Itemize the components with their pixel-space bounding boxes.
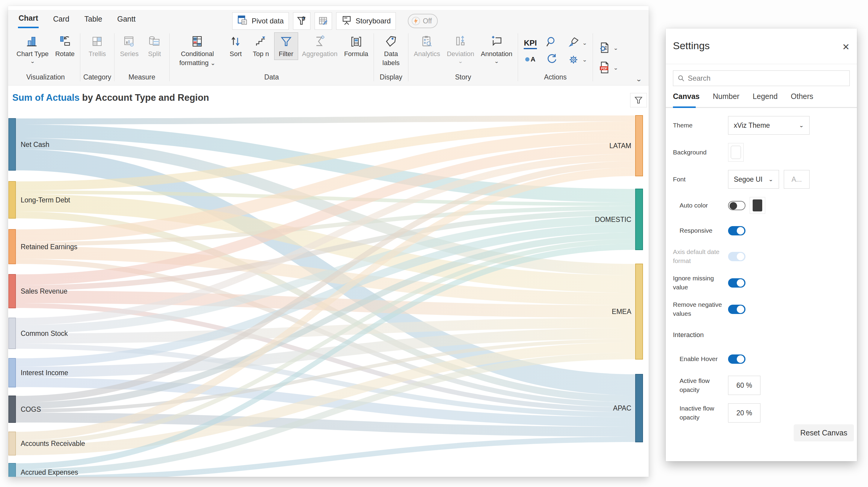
ribbon-group-label: Actions [521, 71, 590, 84]
tab-row: ChartCardTableGantt Pivot data [8, 10, 649, 29]
reset-refresh-button[interactable] [545, 52, 559, 67]
sankey-node-cogs[interactable] [9, 396, 16, 423]
sankey-node-ar[interactable] [9, 432, 16, 455]
export-pdf-button[interactable]: PDF⌄ [598, 61, 618, 75]
tab-chart[interactable]: Chart [18, 11, 39, 28]
actions-grid: KPI⌄A⌄ [521, 33, 590, 68]
ribbon-item-label: Series [120, 50, 138, 58]
settings-row-theme: ThemexViz Theme⌄ [673, 116, 850, 135]
ribbon-item-formula[interactable]: Formula [342, 33, 371, 60]
ribbon-item-top-n[interactable]: Top n [249, 33, 273, 60]
export-settings-button[interactable]: ⌄ [598, 41, 618, 55]
ribbon-item-label: Formula [344, 50, 368, 58]
pivot-data-button[interactable]: Pivot data [232, 12, 289, 30]
sankey-node-ii[interactable] [9, 359, 16, 387]
settings-row-remove-negative-values: Remove negative values [673, 300, 850, 318]
ribbon-item-chart-type[interactable]: Chart Type⌄ [14, 33, 51, 65]
lightning-icon [411, 17, 421, 26]
pivot-data-label: Pivot data [252, 17, 284, 25]
setting-label: Active flow opacity [673, 376, 728, 394]
live-mode-toggle[interactable]: Off [408, 14, 438, 28]
sankey-node-label-emea: EMEA [612, 308, 631, 315]
input-inactive-flow-opacity[interactable]: 20 % [728, 403, 761, 423]
toggle-enable-hover[interactable] [728, 354, 745, 364]
theme-select[interactable]: xViz Theme⌄ [728, 116, 810, 135]
sankey-node-domestic[interactable] [636, 189, 643, 250]
sankey-node-ae[interactable] [9, 463, 16, 477]
settings-row-font: FontSegoe UI⌄A... [673, 170, 850, 189]
toolbar-filter-button[interactable] [293, 12, 310, 30]
tab-gantt[interactable]: Gantt [117, 12, 136, 28]
sankey-node-ltd[interactable] [9, 181, 16, 218]
settings-tab-number[interactable]: Number [713, 92, 740, 105]
sankey-chart[interactable]: Net CashLong-Term DebtRetained EarningsS… [8, 108, 649, 477]
font-select[interactable]: Segoe UI⌄ [728, 170, 779, 189]
top-n-icon [254, 34, 268, 50]
paint-format-button[interactable]: ⌄ [566, 36, 587, 50]
zoom-search-button[interactable] [545, 35, 559, 50]
ribbon-item-filter[interactable]: Filter [275, 33, 298, 60]
close-icon[interactable]: ✕ [842, 42, 850, 52]
toggle-auto-color[interactable] [728, 201, 745, 210]
chart-type-icon [26, 34, 39, 50]
tab-card[interactable]: Card [53, 12, 70, 28]
ribbon-item-annotation[interactable]: Annotation⌄ [478, 33, 515, 65]
table-edit-icon [318, 16, 329, 26]
deviation-icon [454, 34, 467, 50]
chevron-down-icon: ⌄ [210, 60, 215, 66]
sankey-node-label-latam: LATAM [610, 142, 631, 150]
toggle-knob [737, 227, 744, 234]
ribbon-item-data-labels[interactable]: Data labels [377, 33, 405, 69]
setting-label: Enable Hover [673, 354, 728, 364]
sankey-node-label-ae: Accrued Expenses [21, 468, 78, 476]
toggle-ignore-missing-value[interactable] [728, 278, 745, 288]
ribbon-group-label: Visualization [14, 71, 77, 84]
sankey-node-net_cash[interactable] [9, 118, 16, 170]
settings-tab-others[interactable]: Others [791, 92, 813, 105]
sankey-node-latam[interactable] [636, 115, 643, 176]
settings-search[interactable] [673, 70, 850, 86]
ribbon-group-visualization: Chart Type⌄RotateVisualization [11, 31, 80, 84]
ribbon-buttons: Chart Type⌄RotateVisualizationTrellisCat… [11, 31, 623, 84]
settings-row-enable-hover: Enable Hover [673, 350, 850, 367]
tab-table[interactable]: Table [84, 12, 103, 28]
settings-gear-button[interactable]: ⌄ [566, 53, 587, 66]
label-color-button[interactable]: A [523, 52, 537, 67]
ribbon-item-rotate[interactable]: Rotate [53, 33, 77, 60]
edit-data-button[interactable] [315, 12, 332, 30]
chart-filter-button[interactable] [630, 93, 647, 107]
settings-tab-legend[interactable]: Legend [753, 92, 777, 105]
cond-format-icon [191, 34, 204, 50]
sankey-node-cs[interactable] [9, 318, 16, 349]
ribbon: ChartCardTableGantt Pivot data [8, 10, 649, 85]
ribbon-group-label: Display [377, 71, 405, 84]
ribbon-item-label: Split [148, 50, 161, 58]
color-swatch [753, 199, 762, 211]
kpi-button[interactable]: KPI [524, 38, 537, 48]
ribbon-item-label: Top n [253, 50, 269, 58]
sankey-node-apac[interactable] [636, 374, 643, 442]
storyboard-button[interactable]: Storyboard [336, 12, 396, 30]
sankey-node-emea[interactable] [636, 264, 643, 359]
sankey-node-sr[interactable] [9, 275, 16, 308]
reset-canvas-button[interactable]: Reset Canvas [794, 424, 854, 441]
data-labels-icon [384, 34, 398, 50]
toggle-knob [737, 306, 744, 313]
settings-tab-canvas[interactable]: Canvas [673, 92, 700, 105]
input-active-flow-opacity[interactable]: 60 % [728, 376, 761, 395]
aggregation-icon [313, 34, 327, 50]
ribbon-collapse-chevron-icon[interactable]: ⌄ [636, 76, 642, 83]
toggle-remove-negative-values[interactable] [728, 305, 745, 314]
ribbon-item-conditional-formatting[interactable]: Conditional formatting ⌄ [173, 33, 222, 69]
background-color-picker[interactable] [728, 143, 744, 162]
toggle-responsive[interactable] [728, 226, 745, 235]
sankey-flow-net_cash-to-latam[interactable] [16, 115, 636, 124]
settings-row-background: Background [673, 143, 850, 162]
settings-search-input[interactable] [688, 74, 845, 83]
sankey-node-label-sr: Sales Revenue [21, 287, 67, 295]
auto-color-picker[interactable] [750, 197, 765, 214]
sankey-node-re[interactable] [9, 229, 16, 264]
ribbon-item-label: Sort [230, 50, 242, 58]
font-size-input[interactable]: A... [784, 170, 810, 189]
ribbon-item-sort[interactable]: Sort [224, 33, 247, 60]
